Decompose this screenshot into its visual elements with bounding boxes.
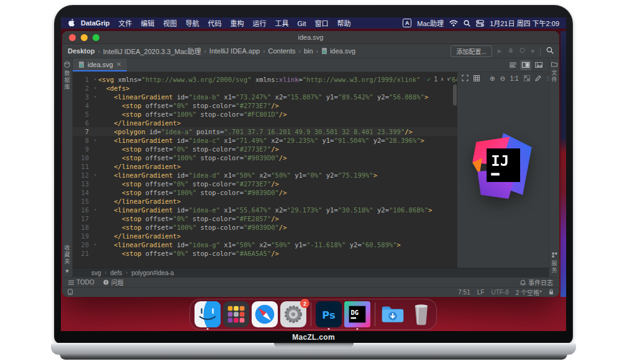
prev-problem-icon[interactable]: ∧ <box>441 75 444 84</box>
code-line-21[interactable]: 21 <stop offset="0%" stop-color="#A6A5A5… <box>73 249 457 258</box>
editor-tab-idea-svg[interactable]: idea.svg ✕ <box>73 58 127 71</box>
xml-breadcrumb-item[interactable]: defs <box>111 270 122 276</box>
code-line-11[interactable]: 11 </linearGradient> <box>73 162 457 171</box>
menu-item-运行[interactable]: 运行 <box>252 20 266 27</box>
menu-clock[interactable]: 1月21日 周四 下午2:09 <box>490 18 559 28</box>
code-line-16[interactable]: 16▾ <linearGradient id="idea-e" x1="55.6… <box>73 206 457 214</box>
stop-button[interactable]: ■ <box>531 48 534 54</box>
fold-marker[interactable]: ▾ <box>92 171 98 180</box>
apple-menu-icon[interactable] <box>68 19 75 28</box>
menu-item-窗口[interactable]: 窗口 <box>315 20 329 27</box>
menu-item-视图[interactable]: 视图 <box>163 20 176 27</box>
files-tool-button[interactable]: 文件 <box>549 61 559 83</box>
xml-breadcrumb-item[interactable]: svg <box>91 270 101 276</box>
code-line-13[interactable]: 13 <stop offset="0%" stop-color="#2773E7… <box>73 180 457 188</box>
debug-bug-icon[interactable] <box>508 47 514 55</box>
fold-marker[interactable]: ▾ <box>92 84 98 93</box>
code-line-19[interactable]: 19 </linearGradient> <box>73 232 457 240</box>
breadcrumb-item[interactable]: Contents <box>268 47 296 55</box>
dock-icon-trash[interactable] <box>408 301 434 327</box>
menu-item-工具[interactable]: 工具 <box>275 20 288 27</box>
favorites-tool-button[interactable]: 收藏夹 ★ <box>62 245 72 274</box>
caret-position[interactable]: 7:51 <box>458 289 470 296</box>
code-line-15[interactable]: 15 </linearGradient> <box>73 197 457 206</box>
view-preview-only-icon[interactable] <box>533 60 544 70</box>
database-tool-button[interactable]: 数据库 <box>62 61 72 91</box>
code-editor[interactable]: 1▾<svg xmlns="http://www.w3.org/2000/svg… <box>73 72 457 268</box>
dock-icon-photoshop[interactable]: Ps <box>316 301 342 327</box>
tab-close-icon[interactable]: ✕ <box>116 61 121 68</box>
zoom-window-button[interactable] <box>93 34 99 41</box>
code-line-17[interactable]: 17 <stop offset="0%" stop-color="#FE2857… <box>73 214 457 223</box>
menu-item-重构[interactable]: 重构 <box>230 20 244 27</box>
actual-size-label[interactable]: 1:1 <box>510 75 519 82</box>
indent-style[interactable]: 2 个空格* <box>516 288 542 297</box>
line-separator[interactable]: LF <box>477 289 485 296</box>
menu-item-编辑[interactable]: 编辑 <box>140 20 154 27</box>
breadcrumb-item[interactable]: bin <box>304 47 313 55</box>
code-line-9[interactable]: 9 <stop offset="0%" stop-color="#2773E7"… <box>73 145 457 153</box>
inspection-widget[interactable]: ✓ 1 ∧ ∨ <box>424 75 450 84</box>
code-line-8[interactable]: 8▾ <linearGradient id="idea-c" x1="71.49… <box>73 136 457 145</box>
code-line-2[interactable]: 2▾ <defs> <box>73 84 457 93</box>
dock-icon-downloads[interactable] <box>380 301 406 327</box>
fold-marker[interactable]: ▾ <box>92 75 98 84</box>
code-line-14[interactable]: 14 <stop offset="100%" stop-color="#9039… <box>73 188 457 197</box>
code-line-10[interactable]: 10 <stop offset="100%" stop-color="#9039… <box>73 153 457 162</box>
menu-item-导航[interactable]: 导航 <box>185 20 199 27</box>
window-title-bar[interactable]: idea.svg <box>62 31 559 44</box>
wifi-icon[interactable] <box>449 20 458 27</box>
view-editor-only-icon[interactable] <box>507 60 518 70</box>
code-line-7[interactable]: 7 <polygon id="idea-a" points=".701 37.7… <box>73 127 457 136</box>
add-configuration-button[interactable]: 添加配置... <box>451 45 492 57</box>
event-log-button[interactable]: 事件日志 <box>520 278 553 287</box>
fit-to-window-icon[interactable] <box>462 75 469 83</box>
minimize-window-button[interactable] <box>81 34 88 41</box>
menu-item-Git[interactable]: Git <box>297 20 306 27</box>
dock-icon-launchpad[interactable] <box>223 301 249 327</box>
run-button[interactable]: ▶ <box>498 48 502 54</box>
code-line-6[interactable]: 6 </linearGradient> <box>73 119 457 127</box>
show-grid-icon[interactable] <box>474 75 480 83</box>
services-tool-button[interactable]: 服务 <box>549 252 559 274</box>
view-editor-and-preview-icon[interactable] <box>520 60 531 70</box>
code-line-1[interactable]: 1▾<svg xmlns="http://www.w3.org/2000/svg… <box>73 75 457 84</box>
dock-icon-safari[interactable] <box>252 301 278 327</box>
fold-marker[interactable]: ▾ <box>92 93 98 101</box>
menu-item-帮助[interactable]: 帮助 <box>337 20 351 27</box>
run-with-coverage-icon[interactable] <box>519 47 526 55</box>
breadcrumb-item[interactable]: IntelliJ IDEA_2020.3.3_Mac助理 <box>103 46 201 56</box>
editor-scrollbar[interactable] <box>453 84 457 106</box>
chessboard-icon[interactable] <box>524 75 530 83</box>
code-line-18[interactable]: 18 <stop offset="100%" stop-color="#9039… <box>73 223 457 232</box>
xml-breadcrumb-item[interactable]: polygon#idea-a <box>131 270 173 276</box>
next-problem-icon[interactable]: ∨ <box>447 75 450 84</box>
breadcrumb-item[interactable]: IntelliJ IDEA.app <box>209 47 260 55</box>
menu-item-文件[interactable]: 文件 <box>118 20 132 27</box>
todo-tool-button[interactable]: TODO <box>68 279 94 286</box>
breadcrumb-item[interactable]: idea.svg <box>321 47 355 55</box>
fold-marker[interactable]: ▾ <box>92 240 98 249</box>
file-encoding[interactable]: UTF-8 <box>491 289 508 296</box>
assistant-menu-item[interactable]: Mac助理 <box>417 18 444 28</box>
input-source-icon[interactable]: A <box>403 19 411 27</box>
fold-marker[interactable]: ▾ <box>92 206 98 214</box>
search-everywhere-icon[interactable] <box>546 47 554 55</box>
code-line-20[interactable]: 20▾ <linearGradient id="idea-g" x1="50%"… <box>73 240 457 249</box>
code-line-12[interactable]: 12▾ <linearGradient id="idea-d" x1="50%"… <box>73 171 457 180</box>
dock-icon-system-preferences[interactable]: 2 <box>280 301 306 327</box>
remote-target-icon[interactable] <box>68 289 73 296</box>
close-window-button[interactable] <box>69 34 76 41</box>
zoom-in-icon[interactable]: ⊕ <box>490 75 495 82</box>
breadcrumb-item[interactable]: Desktop <box>68 47 94 55</box>
code-line-4[interactable]: 4 <stop offset="0%" stop-color="#2773E7"… <box>73 101 457 110</box>
spotlight-search-icon[interactable] <box>464 20 470 27</box>
code-line-3[interactable]: 3▾ <linearGradient id="idea-b" x1="73.24… <box>73 93 457 101</box>
dock-icon-finder[interactable] <box>195 301 221 327</box>
menu-app-name[interactable]: DataGrip <box>81 19 109 27</box>
dock-icon-datagrip[interactable]: DG <box>344 301 370 327</box>
color-picker-icon[interactable] <box>535 75 541 83</box>
fold-marker[interactable]: ▾ <box>92 136 98 145</box>
control-center-icon[interactable] <box>476 20 484 27</box>
readonly-lock-icon[interactable] <box>549 289 554 296</box>
